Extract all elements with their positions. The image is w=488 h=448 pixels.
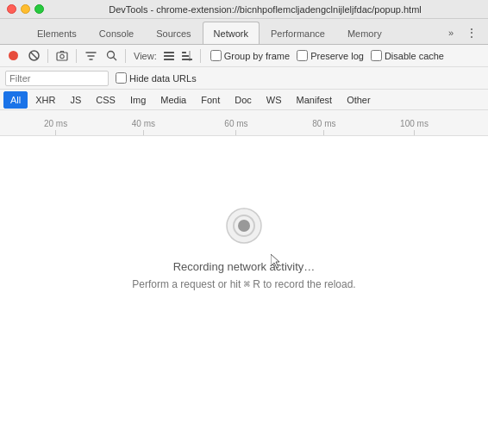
svg-rect-7 [164,52,174,53]
type-tabs: All XHR JS CSS Img Media Font Doc WS Man… [0,90,488,110]
filter-bar: Hide data URLs [0,67,488,90]
type-tab-media[interactable]: Media [153,91,193,109]
group-by-frame-label: Group by frame [224,51,290,61]
tab-overflow: » ⋮ [441,22,488,44]
hide-data-urls-checkbox[interactable] [116,72,127,84]
search-button[interactable] [102,47,121,65]
list-view-button[interactable] [160,47,178,65]
title-bar: DevTools - chrome-extension://bicnhpofle… [0,0,488,19]
type-tab-ws[interactable]: WS [260,91,289,109]
type-tab-all[interactable]: All [3,91,28,109]
filter-input-wrap [5,71,109,86]
timeline-bar: 20 ms 40 ms 60 ms 80 ms 100 ms [0,110,488,135]
recording-text: Recording network activity… [173,260,316,273]
devtools-menu-button[interactable]: ⋮ [462,23,481,42]
tick-100ms: 100 ms [400,119,429,135]
separator-3 [125,49,126,63]
group-by-frame-checkbox-group: Group by frame [210,50,290,61]
maximize-button[interactable] [34,4,44,14]
preserve-log-checkbox-group: Preserve log [297,50,364,61]
svg-rect-8 [164,55,174,57]
tab-bar: Elements Console Sources Network Perform… [0,19,488,45]
hint-r: R [250,278,260,290]
clear-button[interactable] [24,47,43,65]
close-button[interactable] [7,4,16,14]
tab-sources[interactable]: Sources [145,22,202,44]
tick-20ms: 20 ms [44,119,67,135]
toolbar: View: Group by frame Preserve [0,45,488,67]
screenshot-button[interactable] [53,47,72,65]
tab-memory[interactable]: Memory [336,22,393,44]
disable-cache-checkbox-group: Disable cache [371,50,444,61]
preserve-log-label: Preserve log [310,51,364,61]
svg-line-6 [113,58,116,61]
view-icons [160,47,196,65]
view-label: View: [134,51,157,61]
filter-button[interactable] [81,47,100,65]
svg-point-0 [9,51,18,60]
filter-input[interactable] [5,71,109,86]
type-tab-js[interactable]: JS [63,91,88,109]
type-tab-doc[interactable]: Doc [228,91,259,109]
svg-point-4 [60,54,64,58]
type-tab-img[interactable]: Img [123,91,153,109]
hint-prefix: Perform a request or hit [132,278,243,290]
minimize-button[interactable] [21,4,30,14]
svg-rect-12 [182,59,192,60]
more-tabs-button[interactable]: » [441,22,460,44]
type-tab-xhr[interactable]: XHR [28,91,62,109]
separator-1 [47,49,48,63]
timeline-header: 20 ms 40 ms 60 ms 80 ms 100 ms [0,110,488,136]
disable-cache-label: Disable cache [385,51,444,61]
type-tab-manifest[interactable]: Manifest [290,91,340,109]
disable-cache-checkbox[interactable] [371,50,382,61]
recording-hint: Perform a request or hit ⌘ R to record t… [132,278,355,290]
type-tab-other[interactable]: Other [340,91,378,109]
svg-line-2 [31,53,37,59]
hint-suffix: to record the reload. [260,278,356,290]
svg-point-5 [107,52,114,59]
hide-data-urls-label[interactable]: Hide data URLs [116,72,197,84]
hide-data-urls-text: Hide data URLs [129,73,197,84]
preserve-log-checkbox[interactable] [297,50,308,61]
svg-rect-9 [164,59,174,60]
tick-40ms: 40 ms [132,119,155,135]
record-button[interactable] [3,47,22,65]
separator-2 [76,49,77,63]
waterfall-view-button[interactable] [178,47,196,65]
recording-icon [223,205,265,246]
tick-60ms: 60 ms [224,119,247,135]
window-title: DevTools - chrome-extension://bicnhpofle… [49,4,481,15]
tab-performance[interactable]: Performance [260,22,336,44]
svg-rect-10 [182,52,186,53]
svg-rect-11 [182,55,189,57]
tick-80ms: 80 ms [312,119,335,135]
tab-elements[interactable]: Elements [26,22,88,44]
type-tab-font[interactable]: Font [194,91,227,109]
svg-rect-3 [57,53,67,60]
separator-4 [200,49,201,63]
tab-network[interactable]: Network [203,22,260,44]
main-content: Recording network activity… Perform a re… [0,136,488,448]
cmd-key: ⌘ [244,278,250,290]
svg-point-15 [238,220,250,232]
type-tab-css[interactable]: CSS [89,91,122,109]
traffic-lights [7,4,44,14]
group-by-frame-checkbox[interactable] [210,50,222,61]
tab-console[interactable]: Console [88,22,145,44]
